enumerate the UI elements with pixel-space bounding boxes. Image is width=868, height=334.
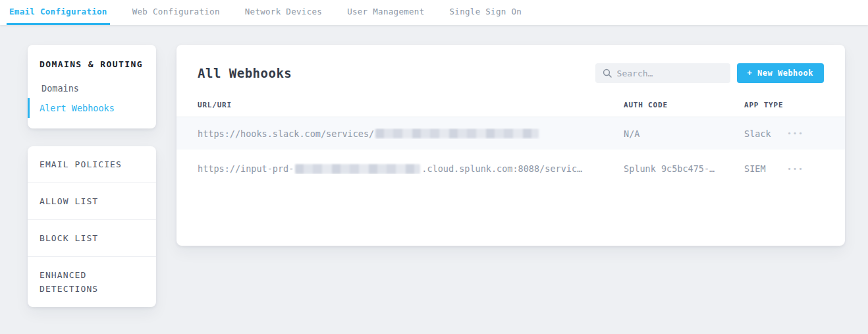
- sidebar: DOMAINS & ROUTING Domains Alert Webhooks…: [28, 45, 156, 307]
- column-header-auth-code: AUTH CODE: [624, 101, 744, 109]
- new-webhook-button[interactable]: + New Webhook: [737, 63, 824, 83]
- tab-network-devices[interactable]: Network Devices: [242, 0, 325, 25]
- sidebar-item-allow-list[interactable]: ALLOW LIST: [28, 183, 156, 220]
- search-icon: [603, 69, 612, 78]
- table-body: https://hooks.slack.com/services/ N/A Sl…: [176, 117, 845, 188]
- sidebar-item-email-policies[interactable]: EMAIL POLICIES: [28, 146, 156, 183]
- table-header-row: URL/URI AUTH CODE APP TYPE: [176, 94, 845, 117]
- sidebar-item-enhanced-detections[interactable]: ENHANCED DETECTIONS: [28, 257, 156, 307]
- sidebar-section-title: DOMAINS & ROUTING: [28, 59, 156, 69]
- panel-header: All Webhooks + New Webhook: [176, 45, 845, 83]
- redacted-url-segment: [295, 164, 420, 174]
- url-text: https://hooks.slack.com/services/: [198, 128, 374, 139]
- domains-routing-card: DOMAINS & ROUTING Domains Alert Webhooks: [28, 45, 156, 128]
- redacted-url-segment: [375, 128, 539, 138]
- row-menu-icon[interactable]: •••: [786, 127, 805, 140]
- app-type-cell: SIEM •••: [744, 163, 805, 175]
- sidebar-items: Domains Alert Webhooks: [28, 78, 156, 118]
- panel-controls: + New Webhook: [595, 63, 824, 83]
- auth-code: N/A: [624, 128, 744, 139]
- tab-single-sign-on[interactable]: Single Sign On: [447, 0, 525, 25]
- app-type-cell: Slack •••: [744, 127, 805, 140]
- auth-code: Splunk 9c5bc475-…: [624, 163, 744, 174]
- policies-card: EMAIL POLICIES ALLOW LIST BLOCK LIST ENH…: [28, 146, 156, 307]
- sidebar-item-block-list[interactable]: BLOCK LIST: [28, 220, 156, 257]
- webhook-url: https://hooks.slack.com/services/: [198, 128, 624, 139]
- sidebar-item-domains[interactable]: Domains: [28, 78, 156, 98]
- table-row: https://input-prd- .cloud.splunk.com:808…: [176, 150, 845, 188]
- app-type: Slack: [744, 128, 771, 139]
- search-input[interactable]: [617, 69, 723, 78]
- column-header-url: URL/URI: [198, 101, 624, 109]
- page-content: DOMAINS & ROUTING Domains Alert Webhooks…: [0, 25, 868, 307]
- search-box: [595, 63, 730, 83]
- sidebar-item-alert-webhooks[interactable]: Alert Webhooks: [28, 98, 156, 118]
- url-text: .cloud.splunk.com:8088/servic…: [421, 163, 582, 174]
- tab-web-configuration[interactable]: Web Configuration: [130, 0, 223, 25]
- page-title: All Webhooks: [198, 66, 292, 80]
- top-nav: Email Configuration Web Configuration Ne…: [0, 0, 868, 25]
- tab-email-configuration[interactable]: Email Configuration: [7, 0, 110, 25]
- webhooks-panel: All Webhooks + New Webhook URL/URI AUTH …: [176, 45, 845, 246]
- table-row: https://hooks.slack.com/services/ N/A Sl…: [176, 117, 845, 150]
- url-text: https://input-prd-: [198, 163, 294, 174]
- app-type: SIEM: [744, 163, 766, 174]
- tab-user-management[interactable]: User Management: [344, 0, 427, 25]
- row-menu-icon[interactable]: •••: [786, 163, 805, 175]
- column-header-app-type: APP TYPE: [744, 101, 805, 109]
- webhook-url: https://input-prd- .cloud.splunk.com:808…: [198, 163, 624, 174]
